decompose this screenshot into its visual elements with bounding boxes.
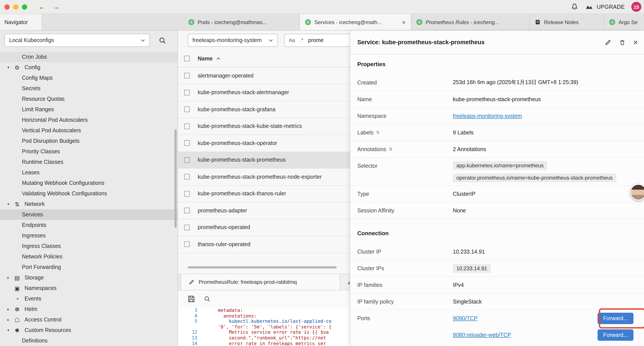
namespace-link[interactable]: freeleaps-monitoring-system xyxy=(453,113,522,119)
close-icon[interactable]: × xyxy=(633,38,638,46)
namespace-selector[interactable]: freeleaps-monitoring-system xyxy=(188,34,278,47)
tree-chevron-icon[interactable]: ▸ xyxy=(5,318,12,322)
row-checkbox[interactable] xyxy=(184,191,190,197)
port-link[interactable]: 8080:reloader-web/TCP xyxy=(453,332,511,338)
upgrade-button[interactable]: UPGRADE xyxy=(585,4,625,10)
forward-button[interactable]: → xyxy=(52,3,60,11)
sidebar-item-label: Services xyxy=(22,212,43,218)
property-row-name: Name kube-prometheus-stack-prometheus xyxy=(350,91,644,108)
traffic-light-maximize-button[interactable] xyxy=(22,4,27,9)
sidebar-item[interactable]: ▾ ✱ Custom Resources xyxy=(0,325,178,336)
name-value: kube-prometheus-stack-prometheus xyxy=(453,96,637,102)
kubeconfig-selector[interactable]: Local Kubeconfigs xyxy=(4,34,150,47)
sidebar-search-icon[interactable] xyxy=(159,36,166,44)
expand-collapse-icon[interactable]: ⇅ xyxy=(376,130,380,135)
sidebar-item-label: Runtime Classes xyxy=(22,159,63,165)
tree-chevron-icon[interactable]: ▸ xyxy=(5,307,12,311)
row-checkbox[interactable] xyxy=(184,90,190,95)
expand-collapse-icon[interactable]: ⇅ xyxy=(389,147,392,152)
code-text: '0', 'for': '5m', 'labels': {'service': … xyxy=(218,324,332,330)
row-checkbox[interactable] xyxy=(184,174,190,180)
sidebar-item[interactable]: Resource Quotas xyxy=(0,94,178,104)
horizontal-scrollbar[interactable] xyxy=(188,266,337,269)
back-button[interactable]: ← xyxy=(38,3,46,11)
sidebar-item[interactable]: ▾ ⇅ Network xyxy=(0,199,178,209)
sidebar-item[interactable]: ▾ ⚙ Config xyxy=(0,62,178,73)
sidebar-item[interactable]: Horizontal Pod Autoscalers xyxy=(0,115,178,125)
code-text: Metrics service error rate is {{ $va xyxy=(218,330,329,335)
sidebar-item[interactable]: Secrets xyxy=(0,83,178,94)
property-row-session-affinity: Session Affinity None xyxy=(350,202,644,219)
selector-label: Selector xyxy=(357,158,453,174)
sidebar-item-label: Network xyxy=(24,201,45,207)
sidebar-item[interactable]: Endpoints xyxy=(0,220,178,230)
navigator-panel-header[interactable]: Navigator xyxy=(0,14,42,30)
tab-close-icon[interactable]: × xyxy=(398,19,406,26)
search-input[interactable]: Aa .* prome xyxy=(284,34,354,47)
save-icon[interactable] xyxy=(188,295,195,303)
sidebar-item[interactable]: Mutating Webhook Configurations xyxy=(0,178,178,188)
connection-row-cluster-ip: Cluster IP 10.233.14.91 xyxy=(350,244,644,260)
tree-chevron-icon[interactable]: ▾ xyxy=(5,202,12,206)
edit-pencil-icon[interactable] xyxy=(605,39,612,46)
sidebar-item[interactable]: Ingress Classes xyxy=(0,241,178,251)
row-checkbox[interactable] xyxy=(184,225,190,230)
tree-chevron-icon[interactable]: ▾ xyxy=(5,328,12,333)
name-column-header[interactable]: Name xyxy=(198,55,220,61)
delete-trash-icon[interactable] xyxy=(619,39,626,46)
editor-tab-prometheusrule[interactable]: PrometheusRule: freeleaps-prod-rabbitmq xyxy=(182,274,340,290)
sidebar-item[interactable]: Leases xyxy=(0,167,178,178)
tree-chevron-icon[interactable]: ▾ xyxy=(5,65,12,70)
traffic-light-minimize-button[interactable] xyxy=(13,4,18,9)
labels-value[interactable]: 9 Labels xyxy=(453,129,637,136)
tab-prometheus-rules[interactable]: Prometheus Rules - icecheng... xyxy=(411,14,530,30)
window-titlebar: ← → UPGRADE 15 xyxy=(0,0,644,14)
traffic-light-close-button[interactable] xyxy=(4,4,10,9)
sidebar-item[interactable]: Network Policies xyxy=(0,251,178,262)
code-text: metadata: xyxy=(218,308,243,313)
app-window: ← → UPGRADE 15 Navigator xyxy=(0,0,644,346)
forward-button[interactable]: Forward... xyxy=(597,329,634,341)
row-checkbox[interactable] xyxy=(184,157,190,163)
forward-button[interactable]: Forward... xyxy=(597,313,634,324)
tree-chevron-icon[interactable]: ▸ xyxy=(5,276,12,280)
kubernetes-icon xyxy=(416,19,422,25)
sidebar-item[interactable]: Definitions xyxy=(0,336,178,346)
row-checkbox[interactable] xyxy=(184,107,190,112)
sidebar-item[interactable]: Ingresses xyxy=(0,230,178,241)
row-checkbox[interactable] xyxy=(184,208,190,214)
sidebar-item[interactable]: ▸ ☸ Helm xyxy=(0,304,178,315)
notifications-bell-icon[interactable] xyxy=(571,3,578,10)
sidebar-item[interactable]: Validating Webhook Configurations xyxy=(0,188,178,199)
row-checkbox[interactable] xyxy=(184,140,190,146)
annotations-value[interactable]: 2 Annotations xyxy=(453,146,637,152)
port-link[interactable]: 9090/TCP xyxy=(453,315,478,322)
sidebar-item[interactable]: ◔ Events xyxy=(0,294,178,304)
sidebar-item[interactable]: Port Forwarding xyxy=(0,262,178,272)
row-checkbox[interactable] xyxy=(184,242,190,247)
select-all-checkbox[interactable] xyxy=(184,56,190,61)
sidebar-item-label: Config xyxy=(24,64,40,70)
row-checkbox[interactable] xyxy=(184,73,190,79)
sidebar-item[interactable]: Pod Disruption Budgets xyxy=(0,136,178,146)
sidebar-item[interactable]: Limit Ranges xyxy=(0,104,178,115)
sidebar-item[interactable]: ▣ Namespaces xyxy=(0,283,178,294)
sidebar-item[interactable]: Config Maps xyxy=(0,73,178,83)
editor-search-icon[interactable] xyxy=(204,296,210,302)
sidebar-item[interactable]: ▸ ▤ Storage xyxy=(0,272,178,283)
sidebar-item[interactable]: Vertical Pod Autoscalers xyxy=(0,125,178,136)
sidebar-item[interactable]: Runtime Classes xyxy=(0,157,178,167)
sidebar-item[interactable]: Cron Jobs xyxy=(0,52,178,62)
notification-count-badge[interactable]: 15 xyxy=(631,2,641,12)
tab-pods[interactable]: Pods - icecheng@mathmas... xyxy=(183,14,300,30)
tab-release-notes[interactable]: Release Notes xyxy=(530,14,604,30)
regex-toggle[interactable]: .* xyxy=(300,38,303,43)
tab-services[interactable]: Services - icecheng@math... × xyxy=(300,14,411,30)
sidebar-item[interactable]: Priority Classes xyxy=(0,146,178,157)
tab-argo[interactable]: Argo Se xyxy=(604,14,644,30)
row-checkbox[interactable] xyxy=(184,123,190,129)
match-case-toggle[interactable]: Aa xyxy=(289,38,295,43)
sidebar-item[interactable]: ▸ ☖ Access Control xyxy=(0,315,178,325)
sidebar-item[interactable]: Services xyxy=(0,209,178,220)
sidebar-scrollbar[interactable] xyxy=(174,129,177,228)
